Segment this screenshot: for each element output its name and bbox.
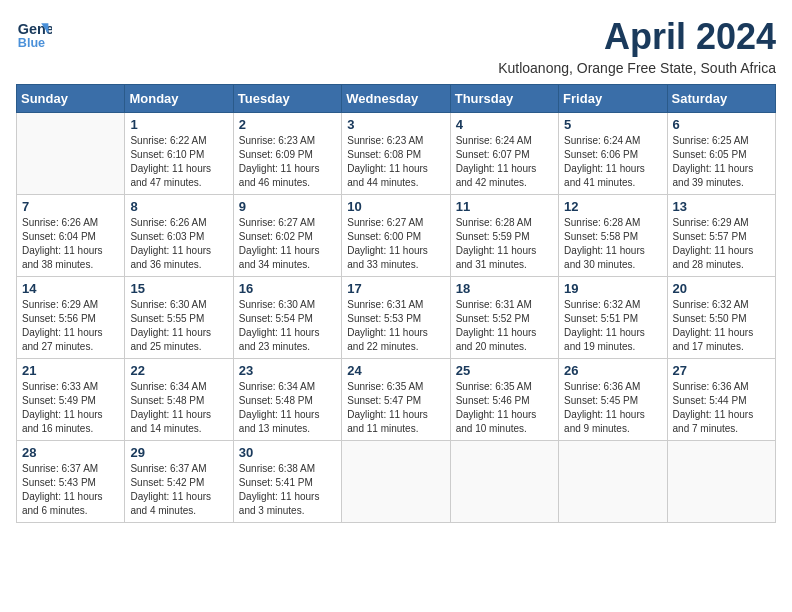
calendar-cell xyxy=(667,441,775,523)
cell-info: Sunrise: 6:24 AMSunset: 6:06 PMDaylight:… xyxy=(564,134,661,190)
calendar-cell: 23Sunrise: 6:34 AMSunset: 5:48 PMDayligh… xyxy=(233,359,341,441)
calendar-cell: 6Sunrise: 6:25 AMSunset: 6:05 PMDaylight… xyxy=(667,113,775,195)
day-number: 23 xyxy=(239,363,336,378)
day-number: 9 xyxy=(239,199,336,214)
calendar-cell: 19Sunrise: 6:32 AMSunset: 5:51 PMDayligh… xyxy=(559,277,667,359)
cell-info: Sunrise: 6:37 AMSunset: 5:42 PMDaylight:… xyxy=(130,462,227,518)
cell-info: Sunrise: 6:34 AMSunset: 5:48 PMDaylight:… xyxy=(239,380,336,436)
cell-info: Sunrise: 6:31 AMSunset: 5:52 PMDaylight:… xyxy=(456,298,553,354)
weekday-header-row: SundayMondayTuesdayWednesdayThursdayFrid… xyxy=(17,85,776,113)
day-number: 29 xyxy=(130,445,227,460)
cell-info: Sunrise: 6:25 AMSunset: 6:05 PMDaylight:… xyxy=(673,134,770,190)
calendar-cell xyxy=(559,441,667,523)
cell-info: Sunrise: 6:31 AMSunset: 5:53 PMDaylight:… xyxy=(347,298,444,354)
weekday-header-thursday: Thursday xyxy=(450,85,558,113)
calendar-cell: 28Sunrise: 6:37 AMSunset: 5:43 PMDayligh… xyxy=(17,441,125,523)
calendar-week-row: 7Sunrise: 6:26 AMSunset: 6:04 PMDaylight… xyxy=(17,195,776,277)
cell-info: Sunrise: 6:35 AMSunset: 5:47 PMDaylight:… xyxy=(347,380,444,436)
svg-text:Blue: Blue xyxy=(18,36,45,50)
day-number: 21 xyxy=(22,363,119,378)
weekday-header-monday: Monday xyxy=(125,85,233,113)
calendar-week-row: 21Sunrise: 6:33 AMSunset: 5:49 PMDayligh… xyxy=(17,359,776,441)
day-number: 14 xyxy=(22,281,119,296)
calendar-cell: 5Sunrise: 6:24 AMSunset: 6:06 PMDaylight… xyxy=(559,113,667,195)
cell-info: Sunrise: 6:36 AMSunset: 5:44 PMDaylight:… xyxy=(673,380,770,436)
day-number: 25 xyxy=(456,363,553,378)
cell-info: Sunrise: 6:34 AMSunset: 5:48 PMDaylight:… xyxy=(130,380,227,436)
logo: General Blue xyxy=(16,16,52,52)
day-number: 2 xyxy=(239,117,336,132)
cell-info: Sunrise: 6:35 AMSunset: 5:46 PMDaylight:… xyxy=(456,380,553,436)
cell-info: Sunrise: 6:32 AMSunset: 5:50 PMDaylight:… xyxy=(673,298,770,354)
day-number: 11 xyxy=(456,199,553,214)
calendar-cell: 9Sunrise: 6:27 AMSunset: 6:02 PMDaylight… xyxy=(233,195,341,277)
cell-info: Sunrise: 6:30 AMSunset: 5:55 PMDaylight:… xyxy=(130,298,227,354)
calendar-cell: 17Sunrise: 6:31 AMSunset: 5:53 PMDayligh… xyxy=(342,277,450,359)
calendar-cell xyxy=(17,113,125,195)
calendar-cell: 27Sunrise: 6:36 AMSunset: 5:44 PMDayligh… xyxy=(667,359,775,441)
day-number: 18 xyxy=(456,281,553,296)
cell-info: Sunrise: 6:33 AMSunset: 5:49 PMDaylight:… xyxy=(22,380,119,436)
calendar-week-row: 28Sunrise: 6:37 AMSunset: 5:43 PMDayligh… xyxy=(17,441,776,523)
calendar-cell: 26Sunrise: 6:36 AMSunset: 5:45 PMDayligh… xyxy=(559,359,667,441)
day-number: 26 xyxy=(564,363,661,378)
cell-info: Sunrise: 6:23 AMSunset: 6:08 PMDaylight:… xyxy=(347,134,444,190)
day-number: 6 xyxy=(673,117,770,132)
cell-info: Sunrise: 6:26 AMSunset: 6:04 PMDaylight:… xyxy=(22,216,119,272)
calendar-cell: 11Sunrise: 6:28 AMSunset: 5:59 PMDayligh… xyxy=(450,195,558,277)
day-number: 4 xyxy=(456,117,553,132)
calendar-cell: 21Sunrise: 6:33 AMSunset: 5:49 PMDayligh… xyxy=(17,359,125,441)
day-number: 3 xyxy=(347,117,444,132)
calendar-cell: 10Sunrise: 6:27 AMSunset: 6:00 PMDayligh… xyxy=(342,195,450,277)
month-title: April 2024 xyxy=(498,16,776,58)
cell-info: Sunrise: 6:23 AMSunset: 6:09 PMDaylight:… xyxy=(239,134,336,190)
calendar-cell: 8Sunrise: 6:26 AMSunset: 6:03 PMDaylight… xyxy=(125,195,233,277)
calendar-cell: 1Sunrise: 6:22 AMSunset: 6:10 PMDaylight… xyxy=(125,113,233,195)
day-number: 19 xyxy=(564,281,661,296)
title-block: April 2024 Kutloanong, Orange Free State… xyxy=(498,16,776,76)
day-number: 28 xyxy=(22,445,119,460)
day-number: 8 xyxy=(130,199,227,214)
calendar-cell: 2Sunrise: 6:23 AMSunset: 6:09 PMDaylight… xyxy=(233,113,341,195)
cell-info: Sunrise: 6:28 AMSunset: 5:59 PMDaylight:… xyxy=(456,216,553,272)
calendar-cell: 22Sunrise: 6:34 AMSunset: 5:48 PMDayligh… xyxy=(125,359,233,441)
cell-info: Sunrise: 6:27 AMSunset: 6:02 PMDaylight:… xyxy=(239,216,336,272)
page-header: General Blue April 2024 Kutloanong, Oran… xyxy=(16,16,776,76)
calendar-cell: 25Sunrise: 6:35 AMSunset: 5:46 PMDayligh… xyxy=(450,359,558,441)
calendar-cell: 30Sunrise: 6:38 AMSunset: 5:41 PMDayligh… xyxy=(233,441,341,523)
cell-info: Sunrise: 6:32 AMSunset: 5:51 PMDaylight:… xyxy=(564,298,661,354)
calendar-cell: 16Sunrise: 6:30 AMSunset: 5:54 PMDayligh… xyxy=(233,277,341,359)
day-number: 10 xyxy=(347,199,444,214)
day-number: 17 xyxy=(347,281,444,296)
calendar-cell: 20Sunrise: 6:32 AMSunset: 5:50 PMDayligh… xyxy=(667,277,775,359)
day-number: 30 xyxy=(239,445,336,460)
calendar-cell: 14Sunrise: 6:29 AMSunset: 5:56 PMDayligh… xyxy=(17,277,125,359)
day-number: 16 xyxy=(239,281,336,296)
cell-info: Sunrise: 6:24 AMSunset: 6:07 PMDaylight:… xyxy=(456,134,553,190)
calendar-cell: 15Sunrise: 6:30 AMSunset: 5:55 PMDayligh… xyxy=(125,277,233,359)
logo-icon: General Blue xyxy=(16,16,52,52)
day-number: 15 xyxy=(130,281,227,296)
calendar-week-row: 1Sunrise: 6:22 AMSunset: 6:10 PMDaylight… xyxy=(17,113,776,195)
calendar-week-row: 14Sunrise: 6:29 AMSunset: 5:56 PMDayligh… xyxy=(17,277,776,359)
day-number: 27 xyxy=(673,363,770,378)
calendar-cell xyxy=(342,441,450,523)
cell-info: Sunrise: 6:37 AMSunset: 5:43 PMDaylight:… xyxy=(22,462,119,518)
cell-info: Sunrise: 6:29 AMSunset: 5:57 PMDaylight:… xyxy=(673,216,770,272)
weekday-header-saturday: Saturday xyxy=(667,85,775,113)
calendar-table: SundayMondayTuesdayWednesdayThursdayFrid… xyxy=(16,84,776,523)
weekday-header-tuesday: Tuesday xyxy=(233,85,341,113)
calendar-cell: 29Sunrise: 6:37 AMSunset: 5:42 PMDayligh… xyxy=(125,441,233,523)
calendar-cell: 7Sunrise: 6:26 AMSunset: 6:04 PMDaylight… xyxy=(17,195,125,277)
calendar-cell: 12Sunrise: 6:28 AMSunset: 5:58 PMDayligh… xyxy=(559,195,667,277)
cell-info: Sunrise: 6:36 AMSunset: 5:45 PMDaylight:… xyxy=(564,380,661,436)
day-number: 13 xyxy=(673,199,770,214)
cell-info: Sunrise: 6:26 AMSunset: 6:03 PMDaylight:… xyxy=(130,216,227,272)
cell-info: Sunrise: 6:38 AMSunset: 5:41 PMDaylight:… xyxy=(239,462,336,518)
calendar-cell: 24Sunrise: 6:35 AMSunset: 5:47 PMDayligh… xyxy=(342,359,450,441)
day-number: 7 xyxy=(22,199,119,214)
day-number: 20 xyxy=(673,281,770,296)
day-number: 5 xyxy=(564,117,661,132)
weekday-header-sunday: Sunday xyxy=(17,85,125,113)
day-number: 24 xyxy=(347,363,444,378)
